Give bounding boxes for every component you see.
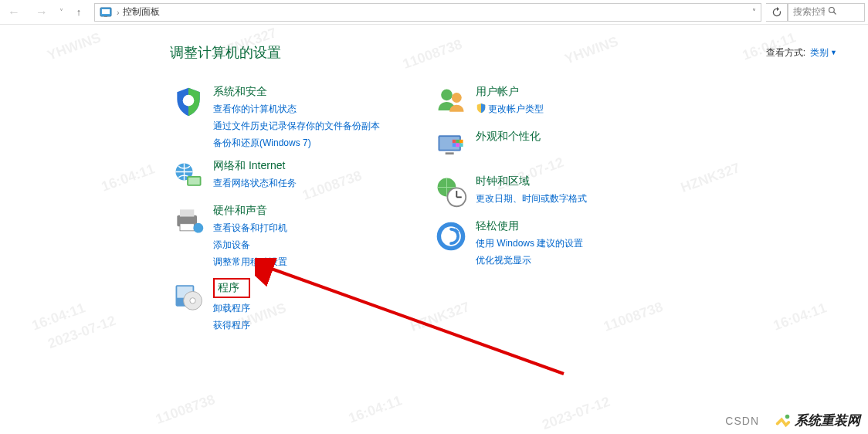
left-column: 系统和安全 查看你的计算机状态 通过文件历史记录保存你的文件备份副本 备份和还原… xyxy=(170,83,432,340)
svg-point-16 xyxy=(190,298,195,303)
page-title: 调整计算机的设置 xyxy=(170,43,281,62)
svg-rect-2 xyxy=(104,16,107,17)
disc-box-icon xyxy=(170,276,207,314)
svg-point-37 xyxy=(785,414,790,419)
category-appearance: 外观和个性化 xyxy=(432,128,695,165)
category-system-security: 系统和安全 查看你的计算机状态 通过文件历史记录保存你的文件备份副本 备份和还原… xyxy=(170,83,432,150)
category-title[interactable]: 系统和安全 xyxy=(213,85,267,99)
view-by-selector[interactable]: 查看方式: 类别 ▼ xyxy=(766,46,837,59)
category-link[interactable]: 通过文件历史记录保存你的文件备份副本 xyxy=(213,119,380,133)
category-title[interactable]: 网络和 Internet xyxy=(213,159,285,173)
globe-network-icon xyxy=(170,158,207,195)
brand-icon xyxy=(775,412,792,429)
svg-point-17 xyxy=(441,90,453,101)
category-clock-region: 时钟和区域 更改日期、时间或数字格式 xyxy=(432,173,695,210)
address-bar[interactable]: › 控制面板 ˅ xyxy=(94,3,761,22)
watermark: 16:04:11 xyxy=(347,392,405,426)
people-icon xyxy=(432,83,470,120)
printer-icon xyxy=(170,202,207,239)
svg-rect-21 xyxy=(446,152,454,154)
chevron-down-icon: ▼ xyxy=(830,49,837,56)
category-user-accounts: 用户帐户 更改帐户类型 xyxy=(432,83,695,120)
breadcrumb-item[interactable]: 控制面板 xyxy=(123,5,160,19)
back-button[interactable]: ← xyxy=(0,1,28,24)
svg-rect-10 xyxy=(180,209,194,216)
svg-rect-25 xyxy=(453,143,456,147)
brand-logo: 系统重装网 xyxy=(775,412,860,429)
category-link[interactable]: 获得程序 xyxy=(213,318,250,332)
category-title[interactable]: 轻松使用 xyxy=(476,219,519,233)
category-link[interactable]: 卸载程序 xyxy=(213,301,250,315)
footer: CSDN 系统重装网 xyxy=(725,412,860,429)
svg-rect-1 xyxy=(102,9,110,14)
view-by-label: 查看方式: xyxy=(766,46,805,59)
content-area: 调整计算机的设置 查看方式: 类别 ▼ 系统和安全 查看你的计算机状态 通过文件… xyxy=(0,25,868,340)
ease-of-access-icon xyxy=(432,218,470,255)
category-hardware-sound: 硬件和声音 查看设备和打印机 添加设备 调整常用移动设置 xyxy=(170,202,432,269)
monitor-colors-icon xyxy=(432,128,470,165)
svg-rect-8 xyxy=(188,178,200,185)
category-link[interactable]: 查看你的计算机状态 xyxy=(213,102,380,116)
category-title[interactable]: 用户帐户 xyxy=(476,85,519,99)
right-column: 用户帐户 更改帐户类型 外观和个性化 xyxy=(432,83,695,340)
svg-rect-27 xyxy=(459,143,463,147)
category-link[interactable]: 查看网络状态和任务 xyxy=(213,176,297,190)
up-button[interactable]: ↑ xyxy=(66,1,91,24)
svg-line-4 xyxy=(834,12,836,15)
address-expand-icon[interactable]: ˅ xyxy=(748,8,761,16)
category-network: 网络和 Internet 查看网络状态和任务 xyxy=(170,158,432,195)
category-link[interactable]: 更改日期、时间或数字格式 xyxy=(476,192,587,205)
svg-rect-24 xyxy=(459,140,463,144)
control-panel-icon xyxy=(98,5,114,20)
svg-rect-26 xyxy=(456,143,459,147)
category-programs: 程序 卸载程序 获得程序 xyxy=(170,276,432,332)
category-title[interactable]: 时钟和区域 xyxy=(476,175,530,188)
category-link[interactable]: 添加设备 xyxy=(213,238,287,252)
search-icon xyxy=(828,6,860,18)
svg-rect-23 xyxy=(456,140,459,144)
uac-shield-icon xyxy=(476,103,487,114)
category-link[interactable]: 备份和还原(Windows 7) xyxy=(213,136,380,150)
clock-globe-icon xyxy=(432,173,470,210)
category-link[interactable]: 优化视觉显示 xyxy=(476,253,583,267)
category-link[interactable]: 调整常用移动设置 xyxy=(213,255,287,269)
watermark: 11008738 xyxy=(154,392,217,428)
navigation-bar: ← → ˅ ↑ › 控制面板 ˅ 搜索控制... xyxy=(0,0,868,25)
svg-point-18 xyxy=(452,93,462,103)
category-title[interactable]: 外观和个性化 xyxy=(476,130,541,144)
search-input[interactable]: 搜索控制... xyxy=(788,3,865,22)
category-link[interactable]: 使用 Windows 建议的设置 xyxy=(476,236,583,250)
category-link[interactable]: 查看设备和打印机 xyxy=(213,221,287,235)
svg-point-12 xyxy=(193,223,203,233)
refresh-button[interactable] xyxy=(766,3,788,22)
shield-icon xyxy=(170,83,207,120)
page-header: 调整计算机的设置 查看方式: 类别 ▼ xyxy=(0,43,868,62)
category-title[interactable]: 硬件和声音 xyxy=(213,204,267,218)
breadcrumb-separator: › xyxy=(117,8,120,17)
category-link[interactable]: 更改帐户类型 xyxy=(476,102,544,116)
category-ease-of-access: 轻松使用 使用 Windows 建议的设置 优化视觉显示 xyxy=(432,218,695,267)
view-by-value[interactable]: 类别 xyxy=(810,46,829,59)
search-placeholder: 搜索控制... xyxy=(793,5,825,19)
category-title-highlighted[interactable]: 程序 xyxy=(213,278,250,298)
csdn-watermark: CSDN xyxy=(725,415,759,427)
watermark: 2023-07-12 xyxy=(540,394,612,433)
svg-rect-22 xyxy=(453,140,456,144)
history-dropdown[interactable]: ˅ xyxy=(56,8,66,16)
svg-point-5 xyxy=(183,95,195,107)
svg-point-3 xyxy=(829,8,835,13)
forward-button[interactable]: → xyxy=(28,1,56,24)
svg-rect-11 xyxy=(180,224,194,231)
category-columns: 系统和安全 查看你的计算机状态 通过文件历史记录保存你的文件备份副本 备份和还原… xyxy=(0,62,868,340)
